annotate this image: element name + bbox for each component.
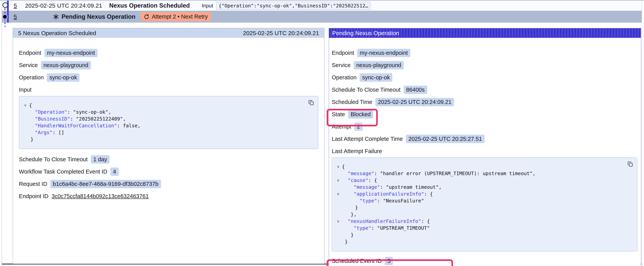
field-row-last-attempt-complete-time: Last Attempt Complete Time 2025-02-25 UT… [332,133,637,145]
event-title: Nexus Operation Scheduled [109,2,190,9]
field-label: Service [332,62,351,69]
chevron-gutter [334,211,342,218]
state-badge: Blocked [348,110,373,119]
collapse-chevron-icon[interactable]: ∨ [334,218,342,225]
collapse-chevron-icon[interactable]: ∨ [334,177,342,184]
field-value-badge: nexus-playground [354,61,404,69]
json-line: } [22,136,306,143]
json-line: } [334,204,624,211]
field-row-schedule-to-close: Schedule To Close Timeout 1 day [19,153,318,166]
field-label: Last Attempt Complete Time [332,136,403,142]
field-value-badge: sync-op-ok [360,73,392,82]
field-row-attempt: Attempt 2 [332,121,637,133]
collapse-chevron-icon[interactable]: ∨ [334,190,342,197]
json-line: ∨"applicationFailureInfo": { [334,190,624,197]
retry-badge-label: Attempt 2 • Next Retry [152,14,208,20]
field-label: Operation [19,74,44,81]
field-value-badge: sync-op-ok [47,73,80,82]
last-attempt-failure-label: Last Attempt Failure [332,145,637,157]
json-code: }, [342,211,356,218]
input-preview-badge[interactable]: {"Operation":"sync-op-ok","BusinessID":"… [216,2,370,10]
input-label: Input [202,3,213,9]
field-row-endpoint: Endpoint my-nexus-endpoint [332,47,637,59]
left-panel-title: 5 Nexus Operation Scheduled [18,30,96,37]
json-line: "message": "upstream timeout", [334,184,624,190]
field-row-endpoint-id: Endpoint ID 3c0c75ccfa8144b092c13ce63246… [19,190,318,202]
event-title: Pending Nexus Operation [62,13,136,20]
json-line: "type": "UPSTREAM_TIMEOUT" [334,225,624,231]
input-section-label: Input [19,84,318,96]
field-label: Schedule To Close Timeout [332,87,400,93]
left-panel-timestamp: 2025-02-25 UTC 20:24:09.21 [243,30,319,37]
json-code: "nexusHandlerFailureInfo": { [342,218,430,225]
json-line: }, [334,211,624,218]
json-code: "Args": [] [29,129,64,136]
field-label: Workflow Task Completed Event ID [19,168,107,175]
field-row-wft-completed-event-id: Workflow Task Completed Event ID 4 [19,166,318,178]
json-code: } [342,238,348,245]
json-line: "BusinessID": "20250225122409", [22,115,306,122]
field-label: Operation [332,74,356,81]
collapse-chevron-icon[interactable]: ∨ [22,102,29,109]
field-value-badge: my-nexus-endpoint [44,49,98,57]
timeline-node-current-icon [3,15,7,19]
json-code: } [29,136,34,143]
chevron-gutter [22,115,29,122]
retry-icon [144,14,150,20]
input-json-viewer: ∨{"Operation": "sync-op-ok","BusinessID"… [19,96,318,149]
json-code: "cause": { [342,177,377,184]
json-line: ∨"nexusHandlerFailureInfo": { [334,218,624,225]
chevron-gutter [334,238,342,245]
chevron-gutter [22,122,29,129]
json-line: } [334,238,624,245]
field-value-badge: 5 [385,257,393,265]
json-code: } [342,204,358,211]
left-panel-header: 5 Nexus Operation Scheduled 2025-02-25 U… [13,28,324,38]
chevron-gutter [22,129,29,136]
field-row-endpoint: Endpoint my-nexus-endpoint [19,47,318,59]
copy-button[interactable] [308,99,314,106]
field-value-badge: 2 [354,122,362,131]
json-code: "type": "NexusFailure" [342,197,424,204]
json-line: "message": "handler error (UPSTREAM_TIME… [334,170,624,177]
json-code: "BusinessID": "20250225122409", [29,115,126,122]
timeline-rail [2,0,2,266]
failure-json-viewer: ∨{"message": "handler error (UPSTREAM_TI… [332,157,637,251]
scrollbar-track[interactable] [642,1,644,266]
json-code: "HandlerWaitForCancellation": false, [29,122,140,129]
event-id-link[interactable]: 5 [14,2,17,9]
json-line: } [334,231,624,238]
chevron-gutter [334,197,342,204]
event-timestamp: 2025-02-25 UTC 20:24:09.21 [25,2,102,9]
json-code: "Operation": "sync-op-ok", [29,109,111,115]
chevron-gutter [22,136,29,143]
json-line: "HandlerWaitForCancellation": false, [22,122,306,129]
field-row-service: Service nexus-playground [19,59,318,71]
copy-button[interactable] [627,161,634,167]
field-label: Attempt [332,123,351,130]
field-row-state: State Blocked [332,108,637,121]
event-row-pending[interactable]: 5 Pending Nexus Operation Attempt 2 • Ne… [2,11,642,23]
event-row-scheduled[interactable]: 5 2025-02-25 UTC 20:24:09.21 Nexus Opera… [2,1,642,11]
field-value-badge: 4 [110,167,118,176]
retry-status-badge: Attempt 2 • Next Retry [140,12,211,21]
json-code: "message": "upstream timeout", [342,184,442,190]
field-label: Scheduled Time [332,99,372,105]
field-label: Service [19,62,38,69]
right-panel-title: Pending Nexus Operation [332,30,399,37]
left-panel-body: Endpoint my-nexus-endpoint Service nexus… [13,38,324,202]
chevron-gutter [22,109,29,115]
endpoint-id-link[interactable]: 3c0c75ccfa8144b092c13ce632463761 [52,193,149,199]
event-id-link[interactable]: 5 [14,14,17,20]
right-panel-header-striped: Pending Nexus Operation [329,28,641,38]
field-label: Schedule To Close Timeout [19,156,88,163]
json-line: "Operation": "sync-op-ok", [22,109,306,115]
field-row-operation: Operation sync-op-ok [19,71,318,84]
json-code: "message": "handler error (UPSTREAM_TIME… [342,170,536,177]
field-row-scheduled-time: Scheduled Time 2025-02-25 UTC 20:24:09.2… [332,96,637,108]
collapse-chevron-icon[interactable]: ∨ [334,163,342,170]
timeline-node-open-icon [2,2,8,8]
field-label: Endpoint [332,50,354,56]
chevron-gutter [334,204,342,211]
json-line: "Args": [] [22,129,306,136]
